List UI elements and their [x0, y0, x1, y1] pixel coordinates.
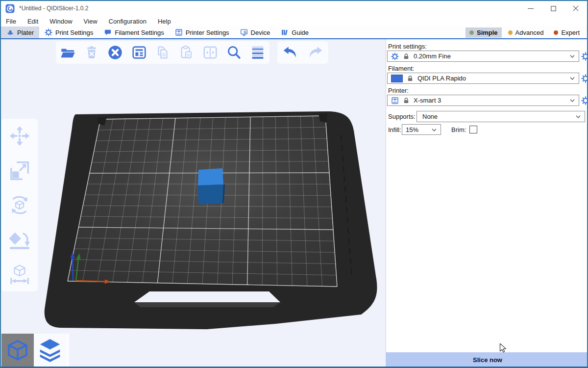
- tab-label: Printer Settings: [186, 29, 229, 36]
- print-settings-combo[interactable]: 0.20mm Fine: [387, 51, 579, 62]
- filament-icon: [104, 28, 112, 36]
- 3d-scene[interactable]: [1, 39, 386, 368]
- tab-label: Print Settings: [55, 29, 93, 36]
- advanced-mode-dot-icon: [508, 30, 513, 35]
- app-logo-icon: [5, 4, 15, 13]
- preview-view-button[interactable]: [34, 334, 66, 367]
- undo-button[interactable]: [282, 44, 298, 61]
- tab-printer-settings[interactable]: Printer Settings: [170, 26, 235, 38]
- mode-label: Advanced: [515, 29, 544, 36]
- search-button[interactable]: [225, 44, 242, 61]
- mouse-cursor: [497, 342, 508, 353]
- menubar: File Edit Window View Configuration Help: [1, 16, 587, 26]
- copy-button[interactable]: [154, 44, 171, 61]
- tab-guide[interactable]: Guide: [275, 26, 314, 38]
- tabbar: Plater Print Settings Filament Settings …: [1, 26, 587, 39]
- simple-mode-dot-icon: [469, 30, 474, 35]
- tab-label: Device: [251, 29, 270, 36]
- mode-label: Expert: [561, 29, 580, 36]
- rotate-tool-button[interactable]: [8, 194, 31, 216]
- infill-value: 15%: [406, 126, 418, 133]
- device-icon: [240, 28, 248, 36]
- expert-mode-dot-icon: [554, 30, 558, 35]
- measure-tool-button[interactable]: [8, 263, 31, 286]
- infill-combo[interactable]: 15%: [402, 124, 441, 135]
- filament-color-swatch: [391, 75, 403, 82]
- titlebar: *Untitled - QIDISlicer-1.0.2: [1, 1, 587, 16]
- variable-layer-height-button[interactable]: [249, 44, 266, 61]
- printer-icon: [175, 28, 183, 36]
- 3d-editor-view-button[interactable]: [1, 334, 34, 367]
- edit-filament-button[interactable]: [581, 74, 588, 83]
- layers-preview-icon: [37, 337, 63, 364]
- close-button[interactable]: [564, 1, 587, 16]
- chevron-down-icon: [574, 113, 582, 121]
- left-toolbar: [1, 119, 38, 291]
- tab-filament-settings[interactable]: Filament Settings: [98, 26, 169, 38]
- menu-edit[interactable]: Edit: [24, 17, 42, 26]
- delete-button[interactable]: [83, 44, 100, 61]
- gear-icon: [391, 53, 399, 60]
- mode-expert[interactable]: Expert: [550, 27, 584, 38]
- guide-icon: [281, 28, 289, 36]
- view-switcher: [1, 334, 69, 367]
- menu-view[interactable]: View: [80, 17, 101, 26]
- supports-value: None: [420, 113, 438, 120]
- arrange-button[interactable]: [131, 44, 147, 61]
- edit-printer-button[interactable]: [581, 96, 588, 105]
- lock-icon: [403, 97, 410, 104]
- cube-3d-view-icon: [5, 338, 30, 363]
- filament-combo[interactable]: QIDI PLA Rapido: [387, 73, 579, 84]
- slice-now-button[interactable]: Slice now: [386, 352, 588, 368]
- mode-simple[interactable]: Simple: [466, 27, 502, 38]
- filament-value: QIDI PLA Rapido: [417, 75, 466, 82]
- 3d-viewport[interactable]: [1, 39, 386, 368]
- menu-help[interactable]: Help: [154, 17, 175, 26]
- menu-file[interactable]: File: [2, 17, 20, 26]
- chevron-down-icon: [430, 126, 438, 134]
- print-settings-label: Print settings:: [388, 43, 427, 50]
- undo-redo-toolbar: [277, 41, 328, 64]
- supports-combo[interactable]: None: [416, 111, 585, 122]
- filament-label: Filament:: [388, 65, 414, 72]
- edit-print-settings-button[interactable]: [581, 52, 588, 61]
- scale-tool-button[interactable]: [8, 159, 31, 182]
- menu-window[interactable]: Window: [46, 17, 76, 26]
- split-objects-button[interactable]: [202, 44, 219, 61]
- paste-button[interactable]: [178, 44, 195, 61]
- top-toolbar: [56, 41, 270, 64]
- lock-icon: [407, 75, 414, 82]
- open-button[interactable]: [59, 44, 76, 61]
- menu-configuration[interactable]: Configuration: [105, 17, 150, 26]
- tab-device[interactable]: Device: [235, 26, 276, 38]
- maximize-button[interactable]: [542, 1, 564, 16]
- brim-checkbox[interactable]: [469, 126, 477, 133]
- printer-label: Printer:: [388, 87, 409, 94]
- tab-label: Guide: [292, 29, 309, 36]
- printer-icon: [391, 97, 399, 105]
- supports-label: Supports:: [388, 113, 416, 120]
- window-title: *Untitled - QIDISlicer-1.0.2: [19, 5, 88, 12]
- lock-icon: [403, 53, 410, 60]
- tab-label: Filament Settings: [115, 29, 164, 36]
- print-settings-value: 0.20mm Fine: [414, 53, 451, 60]
- brim-label: Brim:: [451, 126, 466, 133]
- app-window: *Untitled - QIDISlicer-1.0.2 File Edit W…: [0, 0, 588, 368]
- mode-advanced[interactable]: Advanced: [504, 27, 548, 38]
- chevron-down-icon: [568, 75, 576, 82]
- move-tool-button[interactable]: [8, 125, 31, 147]
- minimize-button[interactable]: [519, 1, 542, 16]
- place-on-face-tool-button[interactable]: [8, 228, 31, 251]
- mode-label: Simple: [477, 29, 498, 36]
- bed-handle-cutout: [134, 291, 280, 302]
- tab-label: Plater: [17, 29, 34, 36]
- tab-plater[interactable]: Plater: [1, 26, 39, 38]
- tab-print-settings[interactable]: Print Settings: [39, 26, 98, 38]
- redo-button[interactable]: [307, 44, 324, 61]
- chevron-down-icon: [568, 97, 576, 105]
- mode-switcher: Simple Advanced Expert: [466, 26, 587, 38]
- model-cube[interactable]: [198, 168, 225, 204]
- plater-icon: [6, 28, 14, 36]
- delete-all-button[interactable]: [107, 44, 123, 61]
- printer-combo[interactable]: X-smart 3: [387, 95, 579, 106]
